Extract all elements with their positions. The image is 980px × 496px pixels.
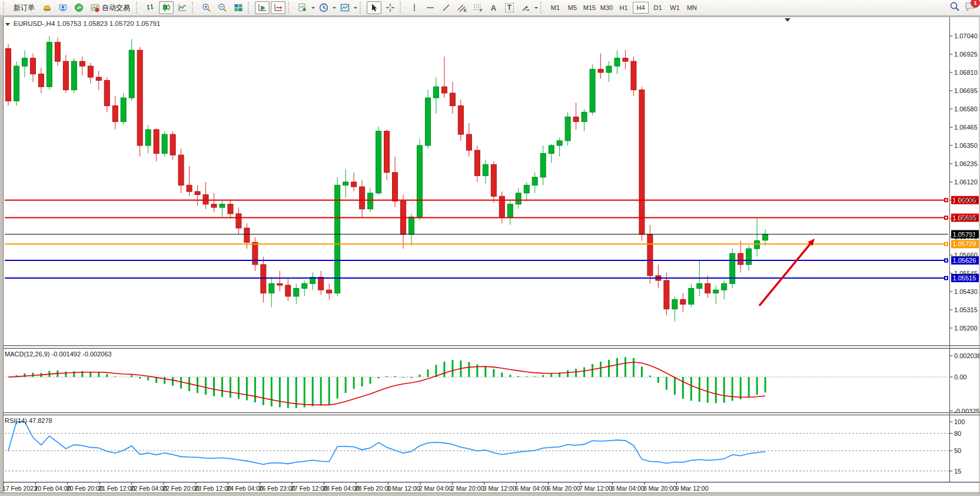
zoom-in-icon — [202, 3, 211, 12]
toolbar-grip — [248, 2, 253, 14]
tf-button-m15[interactable]: M15 — [582, 2, 597, 14]
svg-text:1 Mar 12:00: 1 Mar 12:00 — [387, 485, 420, 492]
fibonacci-button[interactable]: F — [470, 1, 485, 14]
svg-text:1.05890: 1.05890 — [954, 215, 978, 222]
tf-button-m1[interactable]: M1 — [547, 2, 563, 14]
tf-button-d1[interactable]: D1 — [650, 2, 666, 14]
notifications-button[interactable]: 1 — [965, 1, 976, 14]
search-button[interactable] — [949, 1, 960, 14]
svg-text:20 Feb 04:00: 20 Feb 04:00 — [34, 485, 71, 492]
candlestick-icon — [162, 3, 171, 12]
indicators-dropdown-caret[interactable] — [311, 7, 315, 11]
cursor-button[interactable] — [367, 1, 381, 14]
svg-text:22 Feb 04:00: 22 Feb 04:00 — [131, 485, 167, 492]
svg-text:0.00: 0.00 — [954, 373, 966, 381]
zoom-out-button[interactable] — [215, 1, 230, 14]
svg-text:1.06465: 1.06465 — [954, 124, 978, 131]
channel-glyph: E — [464, 8, 467, 13]
tf-button-mn[interactable]: MN — [684, 2, 700, 14]
svg-text:8 Mar 20:00: 8 Mar 20:00 — [643, 485, 676, 492]
svg-text:24 Feb 04:00: 24 Feb 04:00 — [227, 485, 263, 492]
chart-area[interactable]: 1.060061.058951.057291.056261.055151.057… — [0, 16, 980, 496]
auto-scroll-icon — [258, 3, 267, 12]
svg-text:6 Mar 04:00: 6 Mar 04:00 — [515, 485, 548, 492]
indicators-button[interactable] — [295, 1, 310, 14]
horizontal-line-icon — [426, 3, 435, 12]
svg-text:26 Feb 23:00: 26 Feb 23:00 — [259, 485, 295, 492]
bar-chart-button[interactable] — [143, 1, 158, 14]
signals-button[interactable] — [71, 1, 86, 14]
trendline-icon — [441, 3, 451, 12]
toolbar-grip — [136, 2, 141, 14]
tf-button-w1[interactable]: W1 — [667, 2, 683, 14]
tile-windows-icon — [234, 3, 243, 12]
crosshair-icon — [386, 3, 395, 12]
svg-text:9 Mar 12:00: 9 Mar 12:00 — [675, 485, 708, 492]
main-toolbar: 新订单 自动交易 — [0, 0, 980, 16]
trendline-button[interactable] — [438, 1, 453, 14]
svg-text:27 Feb 12:00: 27 Feb 12:00 — [291, 485, 327, 492]
tf-button-h1[interactable]: H1 — [616, 2, 632, 14]
label-tool-glyph: T — [505, 3, 514, 12]
svg-text:1.06350: 1.06350 — [954, 142, 978, 149]
new-order-button[interactable]: 新订单 — [9, 1, 39, 15]
svg-text:1.07040: 1.07040 — [954, 32, 978, 39]
svg-text:0.002038: 0.002038 — [954, 352, 980, 359]
svg-text:1.05430: 1.05430 — [954, 288, 978, 295]
toolbar-grip — [400, 2, 404, 14]
chart-shift-button[interactable] — [271, 1, 285, 14]
market-gold-icon — [42, 3, 52, 12]
templates-button[interactable] — [337, 1, 352, 14]
auto-scroll-button[interactable] — [255, 1, 270, 14]
community-person-icon — [58, 3, 68, 12]
svg-text:1.05200: 1.05200 — [954, 325, 978, 332]
fibonacci-glyph: F — [480, 8, 483, 13]
svg-text:1.05729: 1.05729 — [953, 240, 976, 247]
toolbar-grip — [192, 2, 197, 14]
crosshair-button[interactable] — [383, 1, 397, 14]
candlestick-button[interactable] — [159, 1, 174, 14]
svg-text:28 Feb 20:00: 28 Feb 20:00 — [355, 485, 391, 492]
svg-text:1.05660: 1.05660 — [954, 252, 978, 259]
horizontal-line-button[interactable] — [423, 1, 437, 14]
svg-text:15: 15 — [954, 468, 961, 475]
tf-button-h4[interactable]: H4 — [633, 2, 649, 14]
vertical-line-button[interactable] — [407, 1, 421, 14]
zoom-out-icon — [218, 3, 227, 12]
arrows-tool-button[interactable] — [518, 1, 533, 14]
periods-button[interactable] — [316, 1, 331, 14]
svg-text:1.06580: 1.06580 — [954, 105, 978, 113]
tf-button-m5[interactable]: M5 — [564, 2, 580, 14]
bar-chart-icon — [146, 3, 155, 12]
svg-text:1.05775: 1.05775 — [954, 233, 978, 240]
clock-icon — [319, 3, 328, 12]
equidistant-channel-button[interactable]: E — [454, 1, 469, 14]
text-button[interactable]: A — [486, 1, 501, 14]
arrows-tool-icon — [521, 3, 530, 12]
text-label-button[interactable]: T — [502, 1, 517, 14]
autotrading-button[interactable]: 自动交易 — [87, 1, 134, 15]
svg-text:1.05315: 1.05315 — [954, 306, 978, 313]
svg-text:17 Feb 2023: 17 Feb 2023 — [2, 485, 37, 492]
community-button[interactable] — [55, 1, 70, 14]
arrows-dropdown-caret[interactable] — [534, 7, 538, 11]
zoom-in-button[interactable] — [199, 1, 214, 14]
text-tool-glyph: A — [491, 4, 496, 12]
tf-button-m30[interactable]: M30 — [599, 2, 614, 14]
macd-header: MACD(12,26,9) -0.001492 -0.002063 — [5, 350, 112, 358]
periods-dropdown-caret[interactable] — [333, 7, 336, 11]
chart-ohlc-header: EURUSD-,H4 1.05753 1.05823 1.05720 1.057… — [14, 20, 160, 27]
line-chart-button[interactable] — [175, 1, 190, 14]
svg-text:8 Mar 04:00: 8 Mar 04:00 — [612, 485, 645, 492]
toolbar-grip — [540, 2, 545, 14]
mt4-window: { "toolbar": { "new_order": "新订单", "auto… — [0, 0, 980, 496]
templates-dropdown-caret[interactable] — [354, 7, 357, 11]
svg-text:1.06925: 1.06925 — [954, 51, 978, 58]
market-button[interactable] — [39, 1, 54, 14]
svg-text:1.06810: 1.06810 — [954, 69, 978, 76]
notification-badge: 1 — [971, 0, 980, 8]
tile-windows-button[interactable] — [231, 1, 245, 14]
svg-text:28 Feb 04:00: 28 Feb 04:00 — [323, 485, 360, 492]
svg-text:100: 100 — [954, 418, 965, 425]
svg-text:20 Feb 20:00: 20 Feb 20:00 — [67, 485, 103, 492]
